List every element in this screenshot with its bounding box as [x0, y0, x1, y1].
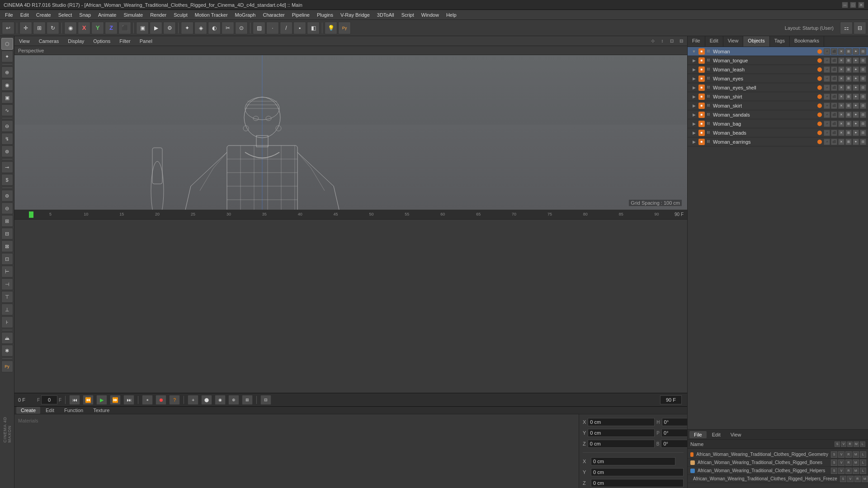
- filter-menu[interactable]: Filter: [117, 38, 133, 44]
- obj-ctrl[interactable]: ⊟: [860, 121, 866, 127]
- cameras-menu[interactable]: Cameras: [36, 38, 62, 44]
- name-ctrl-btn[interactable]: M: [853, 451, 859, 458]
- obj-ctrl[interactable]: ⊞: [845, 84, 852, 91]
- tool-paint[interactable]: ◉: [1, 79, 13, 91]
- viewport-icon-move[interactable]: ⊹: [649, 37, 657, 45]
- obj-ctrl[interactable]: ✦: [853, 66, 859, 73]
- obj-ctrl[interactable]: ⊞: [845, 130, 852, 136]
- obj-ctrl[interactable]: ⊞: [845, 112, 852, 118]
- key-button[interactable]: ●: [142, 395, 153, 405]
- obj-ctrl[interactable]: ⊟: [860, 130, 866, 136]
- end-frame-input[interactable]: [660, 395, 682, 404]
- menu-item-v-ray-bridge[interactable]: V-Ray Bridge: [337, 11, 373, 19]
- name-ctrl-btn[interactable]: M: [853, 468, 859, 474]
- tool-joint[interactable]: $: [1, 174, 13, 186]
- expand-icon[interactable]: ▼: [691, 49, 697, 54]
- key-mode4[interactable]: ⊞: [242, 395, 253, 405]
- name-ctrl-btn[interactable]: V: [838, 451, 844, 458]
- tool-matrix[interactable]: ⊥: [1, 304, 13, 315]
- menu-item-plugins[interactable]: Plugins: [314, 11, 336, 19]
- undo-button[interactable]: ↩: [2, 22, 14, 34]
- tool-extrude[interactable]: ⊤: [1, 291, 13, 303]
- obj-ctrl[interactable]: ✕: [838, 75, 844, 82]
- name-ctrl-btn[interactable]: S: [840, 476, 846, 482]
- obj-ctrl[interactable]: ⬛: [831, 94, 837, 100]
- obj-ctrl[interactable]: ◾: [824, 57, 830, 64]
- y-size-input[interactable]: [591, 468, 684, 476]
- name-list-row[interactable]: African_Woman_Wearing_Traditional_Clothe…: [688, 467, 868, 475]
- x-position-input[interactable]: [588, 418, 655, 426]
- obj-ctrl[interactable]: ✦: [853, 112, 859, 118]
- render-view[interactable]: ▶: [150, 22, 162, 34]
- obj-ctrl[interactable]: ⊞: [845, 139, 852, 145]
- materials-panel[interactable]: Materials: [14, 414, 579, 488]
- render-settings[interactable]: ⚙: [163, 22, 176, 34]
- point-mode[interactable]: ·: [266, 22, 279, 34]
- knife-tool[interactable]: ✂: [222, 22, 234, 34]
- step-forward-button[interactable]: ⏩: [110, 395, 121, 405]
- menu-item-character[interactable]: Character: [259, 11, 288, 19]
- name-ctrl-btn[interactable]: V: [838, 460, 844, 466]
- obj-ctrl[interactable]: ⬛: [831, 103, 837, 109]
- menu-item-mograph[interactable]: MoGraph: [232, 11, 259, 19]
- select-all[interactable]: ◉: [64, 22, 77, 34]
- obj-ctrl[interactable]: ✦: [853, 48, 859, 55]
- menu-item-script[interactable]: Script: [398, 11, 417, 19]
- obj-ctrl[interactable]: ✕: [838, 48, 844, 55]
- object-row-woman_eyes[interactable]: ▶■⛓Woman_eyes◾⬛✕⊞✦⊟: [688, 74, 868, 83]
- menu-item-create[interactable]: Create: [33, 11, 54, 19]
- obj-ctrl[interactable]: ⊟: [860, 94, 866, 100]
- timeline-ruler[interactable]: 51015202530354045505560657075808590 90 F: [14, 210, 687, 220]
- tool-sculpt1[interactable]: ⊛: [1, 145, 13, 157]
- obj-ctrl[interactable]: ◾: [824, 48, 830, 55]
- cube-tool[interactable]: ⬛: [118, 22, 131, 34]
- tool-move[interactable]: ⬡: [1, 38, 13, 50]
- name-ctrl-btn[interactable]: S: [831, 460, 837, 466]
- obj-ctrl[interactable]: ⊞: [845, 94, 852, 100]
- tool-sew[interactable]: ⊣: [1, 278, 13, 290]
- obj-ctrl[interactable]: ◾: [824, 139, 830, 145]
- menu-item-render[interactable]: Render: [147, 11, 170, 19]
- obj-ctrl[interactable]: ⬛: [831, 112, 837, 118]
- model-mode[interactable]: ▨: [253, 22, 265, 34]
- object-row-woman_sandals[interactable]: ▶■⛓Woman_sandals◾⬛✕⊞✦⊟: [688, 110, 868, 119]
- obj-ctrl[interactable]: ⬛: [831, 139, 837, 145]
- name-ctrl-btn[interactable]: R: [845, 460, 852, 466]
- object-row-woman_tongue[interactable]: ▶■⛓Woman_tongue◾⬛✕⊞✦⊟: [688, 56, 868, 65]
- obj-ctrl[interactable]: ✕: [838, 66, 844, 73]
- viewport-icon-settings[interactable]: ⊟: [677, 37, 685, 45]
- name-list-row[interactable]: African_Woman_Wearing_Traditional_Clothe…: [688, 475, 868, 483]
- name-ctrl-btn[interactable]: M: [862, 476, 868, 482]
- obj-ctrl[interactable]: ⊞: [845, 75, 852, 82]
- maximize-button[interactable]: □: [850, 2, 856, 8]
- tool-terrain[interactable]: ⛰: [1, 332, 13, 344]
- tool-camera[interactable]: ⊕: [1, 66, 13, 78]
- obj-ctrl[interactable]: ⬛: [831, 75, 837, 82]
- expand-icon[interactable]: ▶: [691, 139, 697, 145]
- menu-item-select[interactable]: Select: [55, 11, 75, 19]
- minimize-button[interactable]: ─: [842, 2, 848, 8]
- light-tool[interactable]: 💡: [325, 22, 337, 34]
- obj-ctrl[interactable]: ⊞: [845, 66, 852, 73]
- obj-ctrl[interactable]: ⊟: [860, 84, 866, 91]
- obj-ctrl[interactable]: ◾: [824, 84, 830, 91]
- obj-ctrl[interactable]: ⬛: [831, 66, 837, 73]
- window-controls[interactable]: ─ □ ✕: [842, 2, 864, 8]
- obj-ctrl[interactable]: ⊞: [845, 57, 852, 64]
- expand-icon[interactable]: ▶: [691, 67, 697, 72]
- obj-ctrl[interactable]: ⊟: [860, 139, 866, 145]
- key-mode3[interactable]: ⊕: [228, 395, 239, 405]
- expand-icon[interactable]: ▶: [691, 130, 697, 136]
- obj-ctrl[interactable]: ✕: [838, 112, 844, 118]
- name-ctrl-btn[interactable]: S: [831, 468, 837, 474]
- obj-ctrl[interactable]: ◾: [824, 121, 830, 127]
- obj-ctrl[interactable]: ⬛: [831, 130, 837, 136]
- brush-tool[interactable]: ◐: [208, 22, 221, 34]
- poly-mode[interactable]: ▪: [293, 22, 306, 34]
- info-button[interactable]: ?: [169, 395, 180, 405]
- tool-spline[interactable]: ∿: [1, 104, 13, 116]
- tool-magnet[interactable]: ↯: [1, 133, 13, 145]
- uv-mode[interactable]: ◧: [307, 22, 320, 34]
- tool-polygon[interactable]: ▣: [1, 92, 13, 103]
- viewport-icon-zoom[interactable]: ↕: [658, 37, 666, 45]
